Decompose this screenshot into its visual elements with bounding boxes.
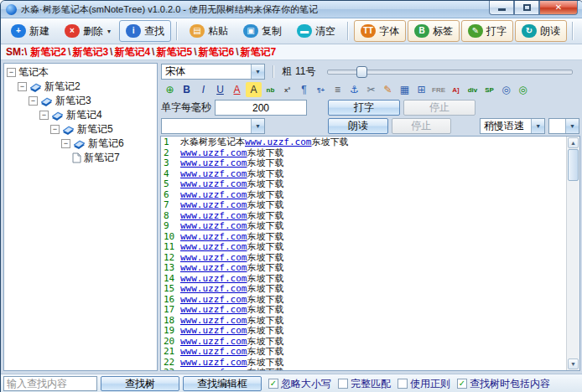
tree-node-note-4[interactable]: −新笔记4 — [4, 108, 157, 122]
typing-start-button[interactable]: 打字 — [328, 100, 400, 116]
read-aloud-button[interactable]: ↻朗读 — [515, 20, 567, 42]
tag-button[interactable]: B标签 — [408, 20, 460, 42]
breadcrumb-item[interactable]: 新笔记6 — [198, 45, 234, 59]
tree-node-note-5[interactable]: −新笔记5 — [4, 122, 157, 137]
clear-button[interactable]: ▬清空 — [290, 20, 342, 42]
pilcrow-button[interactable]: ¶ — [296, 82, 312, 97]
table-insert-button[interactable]: ⊞ — [413, 82, 429, 97]
tree-expander-icon[interactable]: − — [7, 68, 16, 77]
font-family-select[interactable]: 宋体 ▼ — [161, 64, 265, 80]
minimize-button[interactable] — [489, 1, 514, 15]
line-link[interactable]: www.uzzf.com — [180, 284, 247, 295]
delete-button[interactable]: ×删除▾ — [58, 20, 117, 42]
tree-node-note-3[interactable]: −新笔记3 — [4, 94, 157, 108]
line-link[interactable]: www.uzzf.com — [180, 368, 247, 370]
tree-node-label: 新笔记5 — [77, 122, 113, 137]
edit-pencil-button[interactable]: ✎ — [380, 82, 396, 97]
calc-button[interactable]: ▦计算 — [579, 20, 582, 42]
tree-node-note-6[interactable]: −新笔记6 — [4, 137, 157, 151]
pilcrow-insert-button[interactable]: ¶+ — [313, 82, 329, 97]
font-size-tag-button[interactable]: A] — [448, 82, 464, 97]
table-button[interactable]: ▦ — [397, 82, 413, 97]
search-input[interactable] — [3, 376, 97, 391]
close-button[interactable]: ✕ — [539, 1, 578, 15]
breadcrumb-item[interactable]: 新笔记5 — [156, 45, 192, 59]
globe-icon[interactable]: ⊕ — [162, 82, 178, 97]
tree-node-note-2[interactable]: −新笔记2 — [4, 80, 157, 94]
zoom-slider[interactable] — [327, 70, 573, 75]
toolbar-button-label: 清空 — [315, 24, 335, 39]
breadcrumb-item[interactable]: 新笔记4 — [114, 45, 150, 59]
read-aloud-button[interactable]: 朗读 — [328, 118, 388, 134]
find-button[interactable]: i查找 — [119, 20, 171, 42]
breadcrumb-item[interactable]: 新笔记3 — [72, 45, 108, 59]
tree-expander-icon[interactable]: − — [61, 139, 70, 148]
superscript-button[interactable]: x² — [279, 82, 295, 97]
align-button[interactable]: ≡ — [330, 82, 346, 97]
bold-button[interactable]: B — [179, 82, 195, 97]
tree-expander-icon[interactable]: − — [29, 96, 38, 106]
scrollbar-thumb[interactable] — [568, 149, 579, 181]
nb-tag-button[interactable]: nb — [262, 82, 278, 97]
checkbox-box[interactable] — [398, 379, 408, 389]
find-text-button[interactable]: ◎ — [515, 82, 531, 97]
checkbox-include-content[interactable]: ✓查找树时包括内容 — [457, 377, 550, 391]
line-link[interactable]: www.uzzf.com — [180, 158, 247, 169]
font-button[interactable]: TT字体 — [354, 20, 406, 42]
tree-expander-icon[interactable]: − — [39, 111, 49, 120]
highlight-button[interactable]: A — [246, 82, 262, 97]
tree-expander-icon[interactable]: − — [18, 82, 27, 91]
line-link[interactable]: www.uzzf.com — [180, 179, 247, 190]
italic-button[interactable]: I — [195, 82, 211, 97]
underline-button[interactable]: U — [212, 82, 228, 97]
sp-tag-button[interactable]: SP — [481, 82, 497, 97]
editor-scrollbar[interactable]: ▲ ▼ — [566, 137, 579, 370]
line-link[interactable]: www.uzzf.com — [245, 137, 311, 148]
tree-expander-icon[interactable]: − — [50, 125, 60, 134]
speed-select[interactable]: 稍慢语速 ▼ — [480, 118, 545, 134]
checkbox-box[interactable]: ✓ — [457, 379, 467, 389]
tree-node-note-7[interactable]: 新笔记7 — [4, 151, 157, 165]
new-button[interactable]: +新建 — [4, 20, 56, 42]
zoom-slider-thumb[interactable] — [356, 66, 367, 78]
free-button[interactable]: FRE — [430, 82, 447, 97]
checkbox-box[interactable] — [338, 379, 348, 389]
line-link[interactable]: www.uzzf.com — [180, 326, 247, 337]
maximize-button[interactable] — [514, 1, 539, 15]
line-link[interactable]: www.uzzf.com — [180, 242, 247, 253]
anchor-button[interactable]: ⚓ — [346, 82, 362, 97]
scroll-up-button[interactable]: ▲ — [568, 137, 579, 148]
read-stop-button[interactable]: 停止 — [392, 118, 452, 134]
voice-extra-select[interactable]: ▼ — [548, 118, 579, 134]
font-size-label: 11号 — [295, 64, 315, 79]
find-editbox-button[interactable]: 查找编辑框 — [183, 376, 262, 391]
delete-dropdown-icon[interactable]: ▾ — [107, 28, 111, 35]
breadcrumb-item[interactable]: 新笔记7 — [241, 45, 277, 59]
preview-button[interactable]: ◎ — [498, 82, 514, 97]
find-tree-button[interactable]: 查找树 — [101, 376, 179, 391]
main-toolbar: +新建×删除▾i查找▤粘贴▣复制▬清空TT字体B标签✎打字↻朗读▦计算 — [1, 18, 582, 44]
line-link[interactable]: www.uzzf.com — [180, 347, 247, 358]
font-color-button[interactable]: A — [229, 82, 245, 97]
checkbox-use-regex[interactable]: 使用正则 — [398, 377, 450, 391]
line-link[interactable]: www.uzzf.com — [180, 221, 247, 232]
checkbox-box[interactable]: ✓ — [268, 379, 278, 389]
line-link[interactable]: www.uzzf.com — [180, 263, 247, 274]
checkbox-ignore-case[interactable]: ✓忽略大小写 — [268, 377, 331, 391]
new-icon: + — [11, 24, 26, 38]
div-tag-button[interactable]: div — [465, 82, 481, 97]
line-link[interactable]: www.uzzf.com — [180, 200, 247, 211]
text-editor[interactable]: 1水淼树形笔记本www.uzzf.com 东坡下载2www.uzzf.com 东… — [161, 137, 566, 370]
checkbox-whole-match[interactable]: 完整匹配 — [338, 377, 391, 391]
breadcrumb-item[interactable]: 新笔记2 — [30, 45, 66, 59]
line-link[interactable]: www.uzzf.com — [180, 305, 247, 316]
typewrite-button[interactable]: ✎打字 — [461, 20, 513, 42]
tree-node-notebook-root[interactable]: −笔记本 — [4, 65, 157, 80]
typing-stop-button[interactable]: 停止 — [403, 100, 475, 116]
scroll-down-button[interactable]: ▼ — [568, 358, 579, 369]
paste-button[interactable]: ▤粘贴 — [183, 20, 235, 42]
copy-button[interactable]: ▣复制 — [236, 20, 288, 42]
voice-select[interactable]: ▼ — [161, 118, 265, 134]
cut-button[interactable]: ✂ — [363, 82, 379, 97]
ms-per-char-input[interactable] — [215, 100, 307, 116]
